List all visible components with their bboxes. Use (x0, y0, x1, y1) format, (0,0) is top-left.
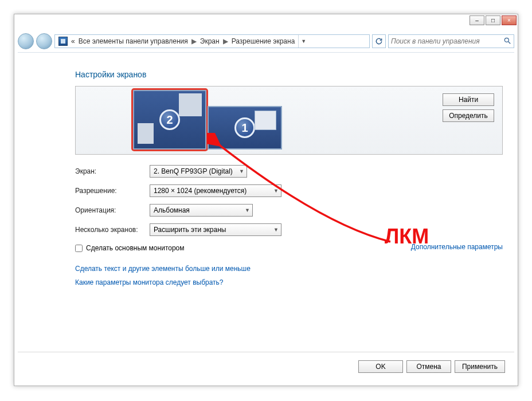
footer-buttons: OK Отмена Применить (358, 360, 505, 373)
canvas-buttons: Найти Определить (443, 93, 494, 122)
settings-form: Экран: 2. BenQ FP93GP (Digital) ▼ Разреш… (75, 165, 503, 236)
text-size-link[interactable]: Сделать текст и другие элементы больше и… (75, 265, 503, 273)
multiple-displays-dropdown[interactable]: Расширить эти экраны ▼ (150, 223, 281, 236)
multiple-label: Несколько экранов: (75, 226, 150, 234)
breadcrumb-dropdown[interactable]: ▼ (298, 35, 308, 48)
find-button[interactable]: Найти (443, 93, 494, 106)
svg-line-1 (508, 41, 511, 44)
minimize-button[interactable]: – (470, 15, 484, 25)
content-area: Настройки экранов 2 1 Найти Определить Э… (18, 52, 514, 382)
screen-label: Экран: (75, 167, 150, 175)
nav-row: « Все элементы панели управления ▶ Экран… (18, 33, 514, 50)
screen-dropdown[interactable]: 2. BenQ FP93GP (Digital) ▼ (150, 165, 247, 178)
chevron-down-icon: ▼ (273, 227, 279, 233)
search-input[interactable] (391, 37, 503, 45)
display-arrangement-canvas[interactable]: 2 1 Найти Определить (75, 86, 503, 155)
nav-back-button[interactable] (18, 33, 34, 49)
chevron-down-icon: ▼ (273, 188, 279, 194)
breadcrumb-item[interactable]: Все элементы панели управления (79, 37, 188, 45)
thumbnail-icon (179, 93, 202, 116)
chevron-down-icon: ▼ (245, 207, 250, 213)
monitor-number-badge: 2 (159, 109, 180, 130)
thumbnail-icon (255, 111, 276, 130)
breadcrumb[interactable]: « Все элементы панели управления ▶ Экран… (54, 34, 370, 48)
search-icon (503, 37, 511, 46)
chevron-down-icon: ▼ (239, 168, 244, 174)
monitor-help-link[interactable]: Какие параметры монитора следует выбрать… (75, 278, 503, 286)
ok-button[interactable]: OK (358, 360, 403, 373)
primary-monitor-label: Сделать основным монитором (86, 244, 185, 252)
chevron-right-icon: ▶ (223, 37, 228, 45)
screen-value: 2. BenQ FP93GP (Digital) (154, 167, 233, 175)
orientation-dropdown[interactable]: Альбомная ▼ (150, 204, 253, 217)
resolution-dropdown[interactable]: 1280 × 1024 (рекомендуется) ▼ (150, 184, 281, 197)
resolution-label: Разрешение: (75, 187, 150, 195)
monitor-1[interactable]: 1 (208, 106, 282, 150)
breadcrumb-prefix: « (71, 37, 75, 45)
monitor-number-badge: 1 (234, 117, 255, 138)
resolution-value: 1280 × 1024 (рекомендуется) (154, 187, 247, 195)
identify-button[interactable]: Определить (443, 109, 494, 122)
chevron-right-icon: ▶ (191, 37, 197, 45)
monitor-2[interactable]: 2 (133, 90, 206, 150)
nav-forward-button[interactable] (36, 33, 52, 49)
apply-button[interactable]: Применить (455, 360, 505, 373)
annotation-label: ЛКМ (385, 225, 429, 249)
orientation-value: Альбомная (154, 206, 190, 214)
page-title: Настройки экранов (75, 70, 503, 79)
maximize-button[interactable]: □ (486, 15, 500, 25)
thumbnail-icon (138, 123, 154, 144)
primary-monitor-checkbox[interactable] (75, 245, 83, 252)
help-links: Сделать текст и другие элементы больше и… (75, 265, 503, 286)
control-panel-icon (58, 37, 68, 46)
refresh-button[interactable] (372, 34, 386, 48)
explorer-window: – □ × « Все элементы панели управления ▶… (14, 14, 518, 386)
window-controls: – □ × (470, 15, 517, 25)
footer-divider (18, 352, 514, 352)
svg-point-0 (504, 38, 508, 42)
orientation-label: Ориентация: (75, 206, 150, 214)
breadcrumb-item[interactable]: Экран (200, 37, 220, 45)
refresh-icon (375, 37, 383, 45)
close-button[interactable]: × (502, 15, 517, 25)
multiple-value: Расширить эти экраны (154, 226, 226, 234)
monitor-group: 2 1 (133, 90, 282, 150)
cancel-button[interactable]: Отмена (406, 360, 451, 373)
breadcrumb-item[interactable]: Разрешение экрана (232, 37, 295, 45)
search-box[interactable] (388, 34, 514, 48)
